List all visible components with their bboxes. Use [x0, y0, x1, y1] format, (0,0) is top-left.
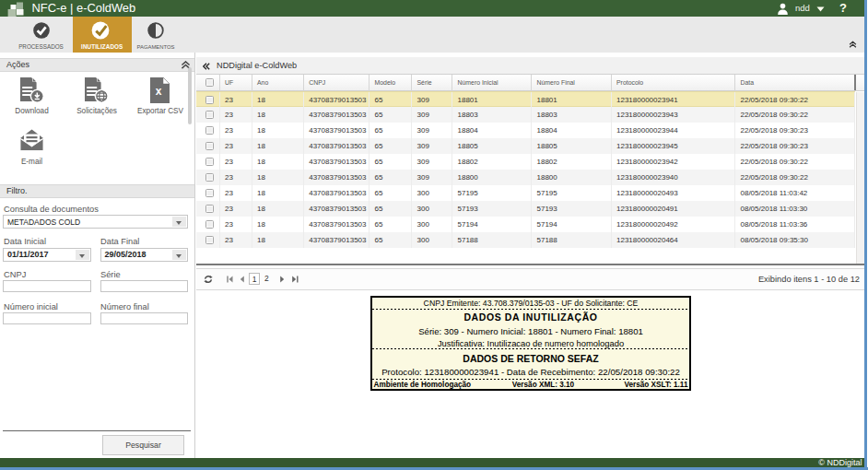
- svg-text:x: x: [156, 85, 162, 98]
